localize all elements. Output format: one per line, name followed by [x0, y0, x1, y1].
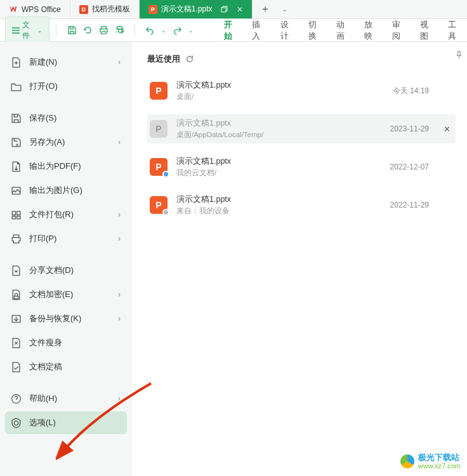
tab-active-document[interactable]: P 演示文稿1.pptx ✕: [140, 0, 253, 18]
separator: [135, 25, 135, 36]
menu-item-encrypt[interactable]: 文档加密(E) ›: [5, 283, 127, 306]
recent-title-row: 最近使用: [147, 53, 456, 65]
chevron-right-icon: ›: [118, 394, 121, 403]
quick-access-toolbar: ⌄ ⌄: [67, 25, 194, 36]
compress-icon: [10, 337, 22, 348]
menu-label: 输出为图片(G): [29, 185, 82, 196]
file-menu-button[interactable]: 文件 ⌄: [5, 17, 49, 44]
ribbon-tab-slideshow[interactable]: 放映: [364, 19, 378, 42]
menu-item-package[interactable]: 文件打包(R) ›: [5, 203, 127, 226]
menu-item-print[interactable]: 打印(P) ›: [5, 227, 127, 250]
recent-file-name: 演示文稿1.pptx: [176, 156, 231, 167]
export-pdf-icon: [10, 161, 22, 172]
tab-docker-template[interactable]: D 找稻壳模板: [70, 0, 140, 18]
title-bar: WPS Office D 找稻壳模板 P 演示文稿1.pptx ✕ ＋ ⌄: [0, 0, 467, 19]
ribbon-tab-transition[interactable]: 切换: [308, 19, 322, 42]
file-menu-label: 文件: [22, 20, 35, 41]
menu-label: 另存为(A): [29, 136, 65, 148]
recent-file-date: 2023-11-29: [390, 124, 429, 133]
recent-file-path: 桌面/AppData/Local/Temp/: [176, 130, 263, 140]
menu-label: 备份与恢复(K): [29, 313, 81, 324]
presentation-icon: P: [148, 5, 157, 14]
file-menu-sidebar: 新建(N) › 打开(O) 保存(S) 另存为(A) › 输出为PDF(F) 输…: [0, 42, 132, 476]
tab-wps-home[interactable]: WPS Office: [0, 0, 70, 18]
export-image-icon: [10, 185, 22, 196]
chevron-right-icon: ›: [118, 234, 121, 243]
menu-item-help[interactable]: 帮助(H) ›: [5, 387, 127, 410]
menu-item-save[interactable]: 保存(S): [5, 107, 127, 129]
undo-dropdown-icon[interactable]: ⌄: [161, 27, 166, 34]
redo-dropdown-icon[interactable]: ⌄: [188, 27, 194, 34]
pin-icon[interactable]: [455, 51, 463, 59]
redo-qat-icon[interactable]: [173, 25, 182, 35]
pptx-file-icon: P: [150, 120, 168, 138]
restore-window-icon[interactable]: [220, 6, 228, 13]
recent-file-name: 演示文稿1.pptx: [176, 194, 231, 205]
watermark: 极光下载站 www.xz7.com: [400, 453, 461, 470]
recent-title: 最近使用: [147, 53, 180, 65]
ribbon-tab-insert[interactable]: 插入: [252, 19, 266, 42]
chevron-down-icon: ⌄: [37, 27, 43, 34]
menu-label: 文档加密(E): [29, 289, 73, 300]
watermark-url: www.xz7.com: [418, 462, 461, 470]
menu-item-save-as[interactable]: 另存为(A) ›: [5, 131, 127, 154]
print-preview-qat-icon[interactable]: [115, 25, 124, 35]
remove-recent-icon[interactable]: ✕: [444, 124, 451, 134]
recent-info: 演示文稿1.pptx 来自：我的设备: [176, 194, 231, 216]
menu-label: 选项(L): [29, 417, 56, 428]
svg-rect-0: [221, 8, 226, 12]
refresh-icon[interactable]: [185, 55, 194, 63]
reload-qat-icon[interactable]: [83, 25, 93, 35]
pptx-file-icon: P: [150, 158, 168, 176]
save-qat-icon[interactable]: [67, 25, 77, 35]
recent-file-date: 今天 14:19: [393, 86, 429, 96]
recent-item[interactable]: P 演示文稿1.pptx 桌面/ 今天 14:19: [147, 76, 456, 105]
open-folder-icon: [10, 81, 22, 92]
menu-item-slim[interactable]: 文件瘦身: [5, 331, 127, 354]
menu-label: 打开(O): [29, 81, 58, 92]
finalize-icon: [10, 361, 22, 373]
recent-file-name: 演示文稿1.pptx: [176, 118, 263, 129]
ribbon-tab-review[interactable]: 审阅: [392, 19, 406, 42]
ribbon-tabs: 开始 插入 设计 切换 动画 放映 审阅 视图 工具: [224, 19, 462, 42]
ribbon-tab-view[interactable]: 视图: [420, 19, 434, 42]
menu-item-new[interactable]: 新建(N) ›: [5, 51, 127, 74]
menu-label: 输出为PDF(F): [29, 161, 81, 172]
menu-item-backup[interactable]: 备份与恢复(K) ›: [5, 307, 127, 330]
menu-item-export-pdf[interactable]: 输出为PDF(F): [5, 155, 127, 178]
menu-item-export-image[interactable]: 输出为图片(G): [5, 179, 127, 202]
ribbon-tab-start[interactable]: 开始: [224, 19, 238, 42]
recent-list: P 演示文稿1.pptx 桌面/ 今天 14:19 P 演示文稿1.pptx 桌…: [147, 76, 456, 220]
menu-item-open[interactable]: 打开(O): [5, 75, 127, 98]
recent-item[interactable]: P 演示文稿1.pptx 桌面/AppData/Local/Temp/ 2023…: [147, 114, 456, 143]
menu-item-share[interactable]: 分享文档(D): [5, 259, 127, 282]
tab-active-label: 演示文稿1.pptx: [161, 4, 213, 15]
help-icon: [10, 393, 22, 404]
ribbon-tab-tools[interactable]: 工具: [448, 19, 462, 42]
package-icon: [10, 209, 22, 220]
menu-item-options[interactable]: 选项(L): [5, 411, 127, 434]
recent-item[interactable]: P 演示文稿1.pptx 我的云文档/ 2022-12-07: [147, 152, 456, 182]
print-icon: [10, 233, 22, 244]
chevron-right-icon: ›: [118, 138, 121, 147]
tab-wps-label: WPS Office: [22, 5, 61, 14]
recent-file-path: 来自：我的设备: [176, 206, 231, 216]
recent-item[interactable]: P 演示文稿1.pptx 来自：我的设备 2022-11-29: [147, 190, 456, 220]
menu-item-finalize[interactable]: 文档定稿: [5, 355, 127, 378]
chevron-right-icon: ›: [118, 58, 121, 67]
tab-docker-label: 找稻壳模板: [92, 4, 130, 15]
recent-panel: 最近使用 P 演示文稿1.pptx 桌面/ 今天 14:19 P 演示文稿1.p…: [132, 42, 467, 476]
new-tab-dropdown-icon[interactable]: ⌄: [274, 5, 295, 13]
save-icon: [10, 112, 22, 124]
settings-icon: [10, 417, 22, 428]
chevron-right-icon: ›: [118, 210, 121, 219]
menu-label: 新建(N): [29, 56, 57, 68]
ribbon-tab-design[interactable]: 设计: [280, 19, 294, 42]
close-tab-icon[interactable]: ✕: [237, 5, 243, 14]
print-qat-icon[interactable]: [99, 25, 109, 35]
ribbon-tab-animation[interactable]: 动画: [336, 19, 350, 42]
lock-icon: [10, 289, 22, 300]
recent-info: 演示文稿1.pptx 桌面/: [176, 80, 231, 102]
undo-qat-icon[interactable]: [145, 25, 155, 35]
new-file-icon: [10, 56, 22, 68]
